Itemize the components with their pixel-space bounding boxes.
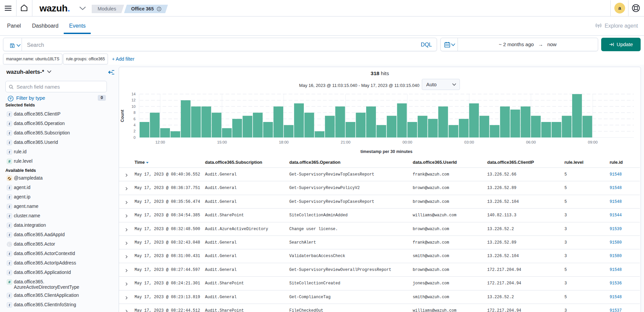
svg-text:0: 0 xyxy=(134,135,136,139)
svg-text:12:00: 12:00 xyxy=(155,140,165,144)
svg-text:4: 4 xyxy=(134,123,136,127)
svg-text:15:00: 15:00 xyxy=(217,140,227,144)
svg-text:21:00: 21:00 xyxy=(341,140,351,144)
svg-text:Count: Count xyxy=(120,110,125,122)
svg-text:03:00: 03:00 xyxy=(464,140,474,144)
svg-text:?: ? xyxy=(9,243,10,246)
svg-text:09:00: 09:00 xyxy=(588,140,598,144)
svg-text:2: 2 xyxy=(134,129,136,133)
svg-text:18:00: 18:00 xyxy=(279,140,289,144)
svg-text:14: 14 xyxy=(131,92,136,96)
svg-text:00:00: 00:00 xyxy=(403,140,412,144)
svg-text:8: 8 xyxy=(134,111,136,115)
svg-text:12: 12 xyxy=(131,98,136,102)
svg-text:6: 6 xyxy=(134,117,136,121)
svg-text:10: 10 xyxy=(131,104,136,108)
svg-text:06:00: 06:00 xyxy=(526,140,536,144)
